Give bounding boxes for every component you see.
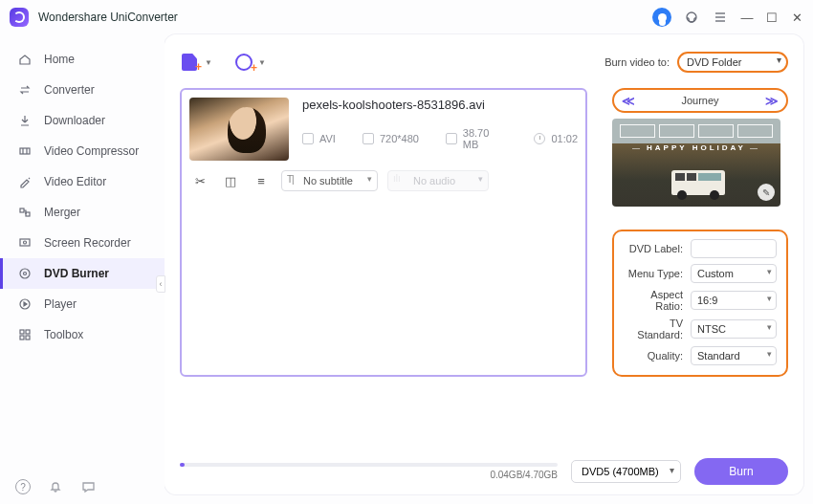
svg-rect-7	[20, 239, 30, 246]
sidebar-item-label: Converter	[44, 83, 95, 97]
notification-icon[interactable]	[48, 479, 63, 494]
template-nav: ≪ Journey ≫	[612, 88, 788, 113]
add-file-button[interactable]	[180, 52, 201, 73]
sidebar-item-converter[interactable]: Converter	[0, 75, 165, 105]
template-name: Journey	[681, 95, 718, 106]
play-icon	[17, 296, 33, 312]
compressor-icon	[17, 143, 33, 159]
feedback-icon[interactable]	[80, 479, 96, 494]
sidebar-item-recorder[interactable]: Screen Recorder	[0, 228, 165, 258]
more-icon[interactable]: ≡	[254, 174, 268, 187]
sidebar-item-label: Home	[44, 53, 75, 66]
sidebar-item-label: Merger	[44, 206, 80, 219]
dvd-label-input[interactable]	[691, 239, 777, 258]
tv-standard-label: TV Standard:	[624, 318, 683, 340]
file-name: pexels-koolshooters-8531896.avi	[302, 98, 578, 112]
svg-rect-4	[20, 148, 30, 154]
add-disc-button[interactable]	[233, 52, 254, 73]
dvd-label-label: DVD Label:	[629, 243, 683, 254]
size-icon	[446, 133, 457, 144]
sidebar-item-dvdburner[interactable]: DVD Burner	[0, 258, 165, 289]
svg-rect-13	[26, 330, 30, 334]
template-preview[interactable]: HAPPY HOLIDAY ✎	[612, 119, 780, 207]
crop-icon[interactable]: ◫	[224, 174, 237, 187]
add-file-dropdown[interactable]: ▼	[205, 58, 212, 67]
file-duration: 01:02	[551, 133, 578, 144]
video-thumbnail[interactable]	[189, 98, 289, 161]
toolbox-icon	[17, 327, 33, 342]
close-button[interactable]: ✕	[790, 11, 803, 24]
recorder-icon	[17, 235, 33, 251]
quality-select[interactable]: Standard	[691, 346, 777, 365]
progress-text: 0.04GB/4.70GB	[490, 470, 558, 480]
burn-settings: DVD Label: Menu Type:Custom Aspect Ratio…	[612, 230, 788, 377]
sidebar-item-label: Screen Recorder	[44, 236, 131, 250]
template-edit-button[interactable]: ✎	[758, 184, 775, 201]
resolution-icon	[363, 133, 374, 144]
titlebar: Wondershare UniConverter — ☐ ✕	[0, 0, 813, 34]
add-disc-dropdown[interactable]: ▼	[258, 58, 266, 67]
audio-select[interactable]: No audio	[387, 170, 489, 191]
collapse-sidebar-button[interactable]: ‹	[156, 275, 165, 293]
svg-point-0	[687, 12, 696, 22]
sidebar-item-label: Video Editor	[44, 175, 106, 188]
svg-rect-5	[20, 208, 24, 212]
sidebar-item-downloader[interactable]: Downloader	[0, 105, 165, 136]
converter-icon	[17, 82, 33, 98]
sidebar-item-label: Video Compressor	[44, 144, 139, 158]
duration-icon	[534, 133, 545, 144]
file-card: pexels-koolshooters-8531896.avi AVI 720*…	[180, 88, 587, 377]
svg-rect-15	[26, 336, 30, 340]
aspect-ratio-label: Aspect Ratio:	[624, 289, 683, 312]
main-panel: ▼ ▼ Burn video to: DVD Folder pexels-koo…	[165, 34, 803, 494]
sidebar-item-label: Player	[44, 297, 77, 311]
tv-standard-select[interactable]: NTSC	[691, 319, 777, 339]
burn-button[interactable]: Burn	[694, 458, 788, 485]
footer: 0.04GB/4.70GB DVD5 (4700MB) Burn	[180, 449, 788, 485]
maximize-button[interactable]: ☐	[765, 11, 779, 24]
svg-point-8	[24, 241, 27, 244]
disc-icon	[17, 266, 33, 281]
subtitle-select[interactable]: No subtitle	[281, 170, 378, 191]
sidebar-item-player[interactable]: Player	[0, 289, 165, 319]
svg-rect-14	[20, 336, 24, 340]
sidebar-item-merger[interactable]: Merger	[0, 197, 165, 228]
trim-icon[interactable]: ✂	[193, 174, 207, 187]
menu-type-label: Menu Type:	[628, 268, 683, 279]
sidebar-item-toolbox[interactable]: Toolbox	[0, 319, 165, 350]
sidebar-item-editor[interactable]: Video Editor	[0, 166, 165, 197]
sidebar-item-compressor[interactable]: Video Compressor	[0, 136, 165, 166]
menu-icon[interactable]	[712, 9, 729, 26]
toolbar: ▼ ▼ Burn video to: DVD Folder	[180, 46, 788, 78]
file-format: AVI	[319, 133, 336, 144]
quality-label: Quality:	[648, 350, 683, 362]
file-resolution: 720*480	[380, 133, 419, 144]
template-prev-button[interactable]: ≪	[622, 94, 635, 108]
svg-point-9	[20, 269, 30, 278]
home-icon	[17, 52, 33, 67]
account-avatar[interactable]	[652, 8, 671, 27]
merger-icon	[17, 205, 33, 220]
app-logo	[10, 8, 29, 27]
sidebar-item-label: Downloader	[44, 114, 105, 127]
file-size: 38.70 MB	[463, 127, 508, 150]
burn-to-label: Burn video to:	[604, 56, 670, 68]
aspect-ratio-select[interactable]: 16:9	[691, 291, 777, 310]
sidebar: Home Converter Downloader Video Compress…	[0, 34, 165, 504]
template-next-button[interactable]: ≫	[765, 94, 779, 108]
help-icon[interactable]: ?	[15, 479, 31, 494]
sidebar-item-home[interactable]: Home	[0, 44, 165, 75]
sidebar-item-label: DVD Burner	[44, 267, 109, 280]
burn-to-select[interactable]: DVD Folder	[677, 52, 788, 73]
svg-rect-12	[20, 330, 24, 334]
editor-icon	[17, 174, 33, 189]
disc-size-select[interactable]: DVD5 (4700MB)	[571, 460, 681, 483]
template-caption: HAPPY HOLIDAY	[612, 143, 780, 152]
menu-type-select[interactable]: Custom	[691, 264, 777, 283]
sidebar-item-label: Toolbox	[44, 328, 83, 341]
progress-bar	[180, 463, 558, 467]
minimize-button[interactable]: —	[740, 11, 754, 24]
svg-point-10	[24, 273, 27, 275]
format-icon	[302, 133, 314, 144]
support-icon[interactable]	[683, 9, 700, 26]
